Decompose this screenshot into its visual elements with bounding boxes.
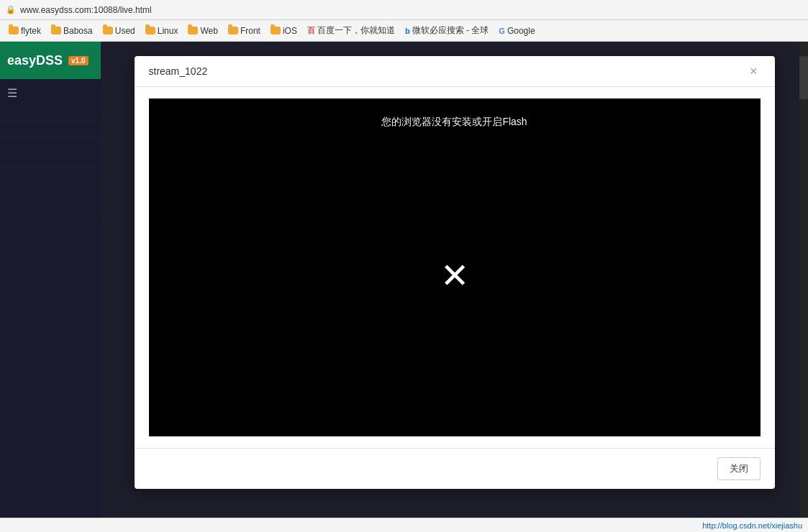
sidebar-item-5[interactable] (0, 168, 101, 183)
video-x-icon: ✕ (440, 255, 469, 295)
modal-header: stream_1022 × (135, 56, 775, 87)
bookmark-baidu[interactable]: 百 百度一下，你就知道 (303, 23, 399, 38)
bookmark-flytek[interactable]: flytek (4, 24, 45, 37)
sidebar: easyDSS v1.0 ☰ (0, 42, 101, 518)
folder-icon (271, 27, 281, 35)
folder-icon (188, 27, 198, 35)
bookmark-label: Front (240, 26, 260, 36)
modal-overlay: stream_1022 × 您的浏览器没有安装或开启Flash ✕ (101, 42, 808, 518)
video-player: 您的浏览器没有安装或开启Flash ✕ (149, 98, 761, 436)
content-area: stream_1022 × 您的浏览器没有安装或开启Flash ✕ (101, 42, 808, 518)
modal-title: stream_1022 (149, 65, 208, 77)
bookmark-label: 百度一下，你就知道 (317, 24, 395, 37)
sidebar-item-1[interactable] (0, 107, 101, 122)
sidebar-header: easyDSS v1.0 (0, 42, 101, 79)
browser-window: 🔒 www.easydss.com:10088/live.html flytek… (0, 0, 808, 532)
flash-warning-text: 您的浏览器没有安装或开启Flash (381, 116, 527, 129)
bookmark-ios[interactable]: iOS (266, 24, 301, 37)
bookmark-label: Babosa (63, 26, 93, 36)
bing-icon: b (405, 27, 410, 35)
bookmarks-bar: flytek Babosa Used Linux Web Front iOS 百 (0, 20, 808, 42)
bookmark-bing[interactable]: b 微软必应搜索 - 全球 (401, 23, 493, 38)
baidu-icon: 百 (307, 25, 315, 36)
sidebar-item-2[interactable] (0, 122, 101, 137)
sidebar-item-7[interactable] (0, 198, 101, 213)
modal-footer: 关闭 (135, 448, 775, 489)
bookmark-web[interactable]: Web (183, 24, 222, 37)
address-url[interactable]: www.easydss.com:10088/live.html (20, 5, 152, 15)
sidebar-item-6[interactable] (0, 183, 101, 198)
bookmark-label: Web (200, 26, 217, 36)
bookmark-label: Linux (158, 26, 178, 36)
close-button[interactable]: 关闭 (717, 457, 761, 480)
modal-body: 您的浏览器没有安装或开启Flash ✕ (135, 87, 775, 448)
bookmark-label: Used (115, 26, 135, 36)
status-url: http://blog.csdn.net/xiejiashu (702, 521, 802, 530)
modal-close-x-button[interactable]: × (747, 65, 761, 78)
content-scroll: stream_1022 × 您的浏览器没有安装或开启Flash ✕ (101, 42, 808, 518)
sidebar-menu-icon[interactable]: ☰ (0, 79, 101, 107)
folder-icon (145, 27, 155, 35)
sidebar-version: v1.0 (68, 56, 88, 65)
bookmark-label: iOS (283, 26, 297, 36)
bookmark-label: flytek (21, 26, 41, 36)
bookmark-front[interactable]: Front (224, 24, 265, 37)
sidebar-item-4[interactable] (0, 152, 101, 168)
address-bar: 🔒 www.easydss.com:10088/live.html (0, 0, 808, 20)
bookmark-label: 微软必应搜索 - 全球 (412, 24, 489, 37)
folder-icon (9, 27, 19, 35)
folder-icon (51, 27, 61, 35)
google-icon: G (499, 27, 505, 35)
sidebar-logo: easyDSS (7, 53, 63, 68)
bookmark-label: Google (507, 26, 535, 36)
status-bar: http://blog.csdn.net/xiejiashu (0, 518, 808, 532)
bookmark-google[interactable]: G Google (494, 24, 539, 37)
bookmark-used[interactable]: Used (99, 24, 140, 37)
lock-icon: 🔒 (6, 5, 16, 14)
bookmark-babosa[interactable]: Babosa (47, 24, 97, 37)
modal-dialog: stream_1022 × 您的浏览器没有安装或开启Flash ✕ (135, 56, 775, 489)
folder-icon (228, 27, 238, 35)
bookmark-linux[interactable]: Linux (141, 24, 183, 37)
sidebar-item-3[interactable] (0, 137, 101, 152)
main-area: easyDSS v1.0 ☰ (0, 42, 808, 518)
folder-icon (103, 27, 113, 35)
